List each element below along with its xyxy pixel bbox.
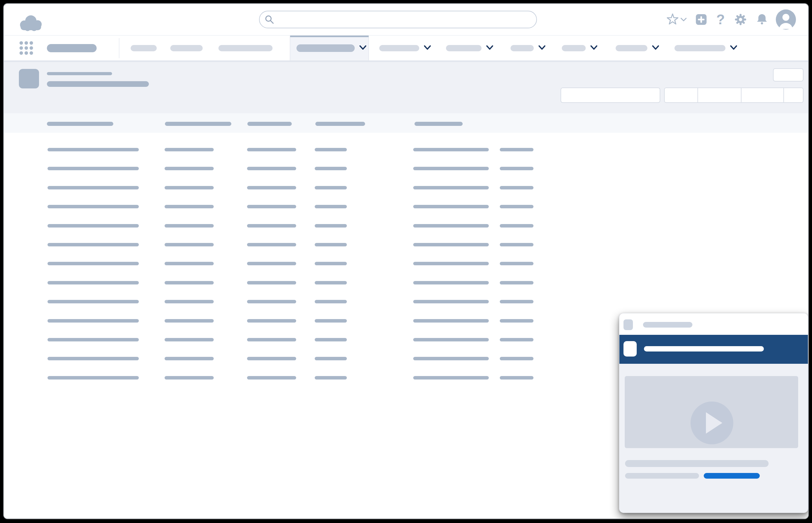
tab-label-skeleton bbox=[296, 44, 355, 52]
page-title-skeleton bbox=[47, 81, 149, 87]
tab-label-skeleton bbox=[131, 45, 157, 51]
cell-skeleton bbox=[48, 167, 139, 170]
search-input[interactable] bbox=[259, 11, 537, 28]
cell-skeleton bbox=[500, 167, 534, 170]
cell-skeleton bbox=[165, 243, 214, 247]
global-header: ? bbox=[4, 4, 809, 35]
cloud-logo-icon bbox=[17, 13, 44, 32]
tab-chevron-icon[interactable] bbox=[590, 45, 598, 52]
tab-chevron-icon[interactable] bbox=[538, 45, 546, 52]
cell-skeleton bbox=[247, 243, 296, 247]
table-row[interactable] bbox=[4, 224, 809, 228]
video-placeholder bbox=[625, 376, 798, 448]
nav-tab-10[interactable] bbox=[674, 36, 737, 61]
column-header-skeleton[interactable] bbox=[165, 122, 231, 126]
tab-chevron-icon[interactable] bbox=[730, 45, 737, 52]
column-header-skeleton[interactable] bbox=[315, 122, 365, 126]
popup-action-bar[interactable] bbox=[704, 473, 760, 479]
toolbar-button-1[interactable] bbox=[665, 88, 698, 102]
cell-skeleton bbox=[500, 281, 534, 285]
cell-skeleton bbox=[413, 281, 489, 285]
toolbar-button-2[interactable] bbox=[698, 88, 741, 102]
cell-skeleton bbox=[48, 262, 139, 265]
favorites-chevron-icon[interactable] bbox=[681, 17, 687, 22]
nav-bar bbox=[4, 35, 809, 60]
tab-chevron-icon[interactable] bbox=[359, 45, 367, 52]
play-icon bbox=[706, 412, 722, 434]
nav-tab-9[interactable] bbox=[616, 36, 660, 61]
notifications-bell-icon[interactable] bbox=[756, 14, 768, 25]
column-header-skeleton[interactable] bbox=[47, 122, 113, 126]
tab-label-skeleton bbox=[218, 45, 273, 51]
tab-label-skeleton bbox=[674, 45, 725, 51]
header-action-button[interactable] bbox=[773, 68, 804, 82]
cell-skeleton bbox=[165, 338, 214, 341]
cell-skeleton bbox=[500, 205, 534, 208]
cell-skeleton bbox=[165, 186, 214, 190]
cell-skeleton bbox=[48, 338, 139, 341]
page-header bbox=[4, 62, 809, 113]
toolbar-button-3[interactable] bbox=[741, 88, 783, 102]
list-search-box[interactable] bbox=[561, 88, 660, 103]
cell-skeleton bbox=[48, 357, 139, 360]
table-row[interactable] bbox=[4, 243, 809, 247]
cell-skeleton bbox=[315, 281, 347, 285]
cell-skeleton bbox=[165, 300, 214, 303]
help-icon[interactable]: ? bbox=[716, 13, 725, 26]
table-row[interactable] bbox=[4, 205, 809, 208]
nav-tab-6[interactable] bbox=[446, 36, 493, 61]
tab-chevron-icon[interactable] bbox=[423, 45, 431, 52]
cell-skeleton bbox=[48, 205, 139, 208]
nav-tab-5[interactable] bbox=[379, 36, 431, 61]
column-header-skeleton[interactable] bbox=[415, 122, 463, 126]
table-row[interactable] bbox=[4, 167, 809, 170]
cell-skeleton bbox=[247, 338, 296, 341]
table-row[interactable] bbox=[4, 281, 809, 285]
cell-skeleton bbox=[315, 205, 347, 208]
cell-skeleton bbox=[165, 148, 214, 151]
cell-skeleton bbox=[315, 148, 347, 151]
cell-skeleton bbox=[247, 205, 296, 208]
nav-tab-4[interactable] bbox=[290, 36, 369, 61]
tab-chevron-icon[interactable] bbox=[486, 45, 493, 52]
table-row[interactable] bbox=[4, 148, 809, 151]
cell-skeleton bbox=[165, 376, 214, 379]
tab-chevron-icon[interactable] bbox=[652, 45, 660, 52]
list-toolbar-button-group bbox=[664, 88, 804, 103]
cell-skeleton bbox=[500, 357, 534, 360]
toolbar-button-4[interactable] bbox=[783, 88, 803, 102]
table-row[interactable] bbox=[4, 300, 809, 303]
table-row[interactable] bbox=[4, 186, 809, 190]
nav-tab-7[interactable] bbox=[510, 36, 546, 61]
column-header-skeleton[interactable] bbox=[247, 122, 292, 126]
play-button[interactable] bbox=[690, 401, 733, 444]
nav-tab-2[interactable] bbox=[170, 36, 203, 61]
cell-skeleton bbox=[247, 300, 296, 303]
tab-label-skeleton bbox=[379, 45, 419, 51]
cell-skeleton bbox=[413, 338, 489, 341]
cell-skeleton bbox=[413, 319, 489, 323]
user-avatar[interactable] bbox=[776, 10, 796, 30]
table-row[interactable] bbox=[4, 262, 809, 265]
cell-skeleton bbox=[247, 167, 296, 170]
cell-skeleton bbox=[48, 148, 139, 151]
nav-tab-3[interactable] bbox=[218, 36, 273, 61]
cell-skeleton bbox=[413, 243, 489, 247]
tab-label-skeleton bbox=[616, 45, 647, 51]
popup-panel-header bbox=[619, 313, 808, 335]
nav-tab-1[interactable] bbox=[131, 36, 157, 61]
favorites-star-icon[interactable] bbox=[667, 14, 679, 25]
add-icon[interactable] bbox=[696, 14, 707, 25]
tab-label-skeleton bbox=[446, 45, 482, 51]
cell-skeleton bbox=[247, 262, 296, 265]
cell-skeleton bbox=[247, 224, 296, 228]
walkthrough-icon bbox=[624, 341, 637, 357]
setup-gear-icon[interactable] bbox=[734, 13, 747, 26]
cell-skeleton bbox=[500, 319, 534, 323]
cell-skeleton bbox=[500, 376, 534, 379]
cell-skeleton bbox=[165, 319, 214, 323]
walkthrough-popup bbox=[619, 313, 808, 513]
nav-tab-8[interactable] bbox=[562, 36, 598, 61]
record-entity-icon bbox=[19, 69, 39, 88]
app-window: ? bbox=[3, 3, 809, 519]
